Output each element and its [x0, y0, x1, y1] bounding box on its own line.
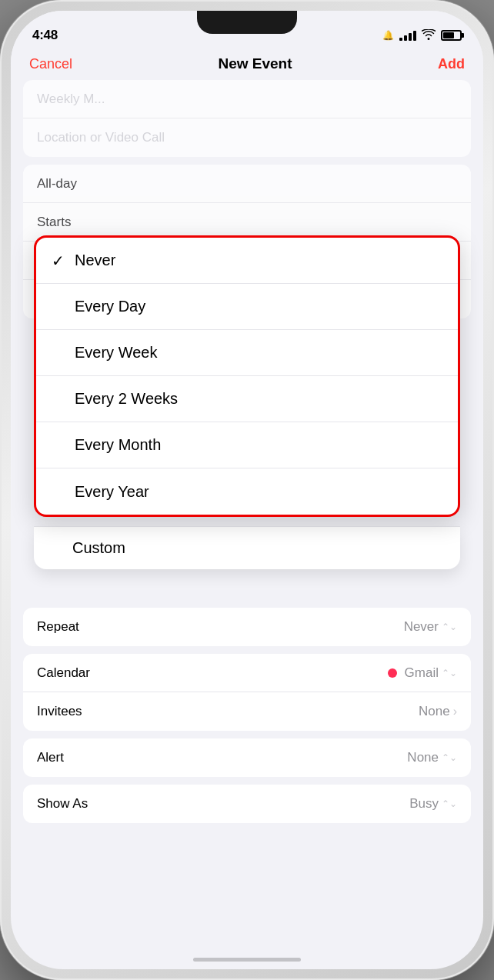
- signal-bars-icon: [399, 31, 416, 41]
- title-location-section: Weekly M... Location or Video Call: [23, 80, 471, 157]
- dropdown-item-every-week[interactable]: Every Week: [36, 330, 458, 376]
- dropdown-item-custom[interactable]: Custom: [34, 526, 460, 569]
- dropdown-item-every-year[interactable]: Every Year: [36, 468, 458, 515]
- dropdown-label-every-2-weeks: Every 2 Weeks: [75, 390, 442, 408]
- dropdown-label-never: Never: [75, 252, 442, 269]
- notification-icon: 🔔: [382, 30, 394, 41]
- checkmark-icon: ✓: [52, 252, 72, 270]
- page-title: New Event: [218, 55, 292, 72]
- phone-screen: 4:48 🔔: [11, 11, 483, 969]
- checkmark-placeholder-every-week: [52, 344, 72, 362]
- add-button[interactable]: Add: [438, 56, 465, 72]
- dropdown-label-custom: Custom: [72, 539, 125, 556]
- dropdown-overlay[interactable]: ✓ Never Every Day Every Week: [11, 151, 483, 823]
- checkmark-placeholder-every-year: [52, 483, 72, 501]
- dropdown-item-never[interactable]: ✓ Never: [36, 238, 458, 284]
- dropdown-item-every-month[interactable]: Every Month: [36, 422, 458, 468]
- dropdown-item-every-day[interactable]: Every Day: [36, 284, 458, 330]
- event-title-row[interactable]: Weekly M...: [23, 80, 471, 118]
- battery-icon: [441, 30, 462, 41]
- status-time: 4:48: [32, 28, 58, 43]
- repeat-dropdown[interactable]: ✓ Never Every Day Every Week: [34, 235, 460, 517]
- phone-frame: 4:48 🔔: [0, 0, 494, 980]
- notch: [197, 11, 297, 34]
- dropdown-label-every-year: Every Year: [75, 483, 442, 501]
- event-title-label: Weekly M...: [37, 92, 105, 107]
- checkmark-placeholder-every-2-weeks: [52, 390, 72, 408]
- checkmark-placeholder-every-month: [52, 436, 72, 454]
- home-indicator: [193, 958, 301, 962]
- dropdown-label-every-day: Every Day: [75, 298, 442, 315]
- location-placeholder: Location or Video Call: [37, 130, 165, 145]
- dropdown-label-every-week: Every Week: [75, 344, 442, 362]
- cancel-button[interactable]: Cancel: [29, 56, 72, 72]
- main-content: Weekly M... Location or Video Call All-d…: [11, 80, 483, 823]
- checkmark-placeholder-every-day: [52, 298, 72, 315]
- dropdown-item-every-2-weeks[interactable]: Every 2 Weeks: [36, 376, 458, 422]
- nav-bar: Cancel New Event Add: [11, 49, 483, 80]
- wifi-icon: [422, 29, 436, 42]
- status-icons: 🔔: [382, 29, 462, 42]
- dropdown-label-every-month: Every Month: [75, 436, 442, 454]
